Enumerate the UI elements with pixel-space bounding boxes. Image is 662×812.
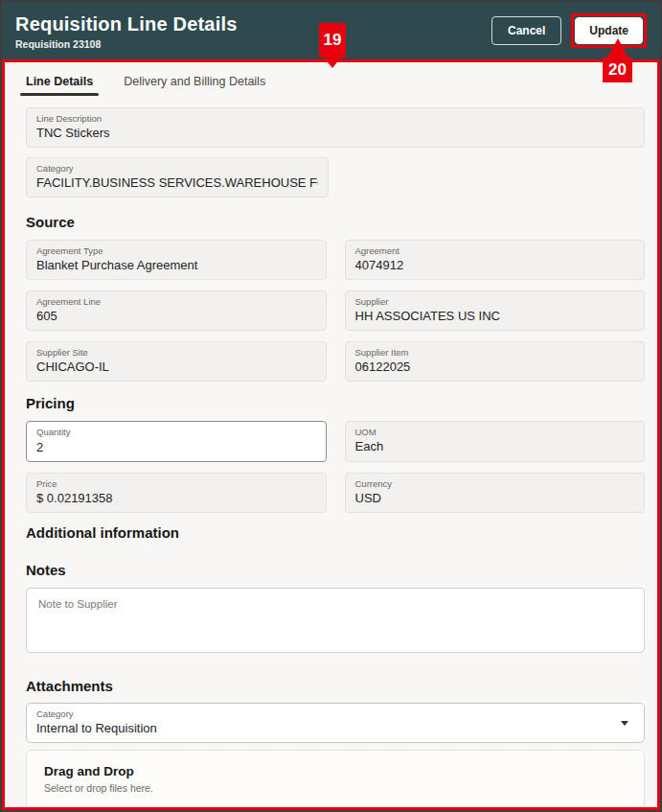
supplier-item-field: Supplier Item 06122025 — [345, 341, 646, 382]
agreement-line-value: 605 — [36, 308, 316, 324]
price-label: Price — [36, 478, 316, 490]
annotation-badge-20: 20 — [603, 58, 632, 82]
agreement-label: Agreement — [355, 245, 635, 257]
chevron-down-icon — [621, 721, 628, 726]
uom-field: UOM Each — [345, 421, 646, 462]
drag-and-drop-subtitle: Select or drop files here. — [44, 782, 627, 794]
drag-and-drop-title: Drag and Drop — [44, 764, 627, 778]
category-value: FACILITY.BUSINESS SERVICES.WAREHOUSE FOR… — [36, 174, 318, 191]
quantity-field[interactable]: Quantity — [26, 421, 327, 462]
attachment-category-value: Internal to Requisition — [36, 720, 615, 736]
agreement-type-field: Agreement Type Blanket Purchase Agreemen… — [26, 240, 327, 280]
currency-field: Currency USD — [345, 473, 646, 513]
category-label: Category — [36, 163, 318, 174]
supplier-site-label: Supplier Site — [36, 347, 316, 359]
attachment-category-dropdown[interactable]: Category Internal to Requisition — [26, 703, 645, 743]
line-description-field: Line Description TNC Stickers — [26, 107, 645, 148]
agreement-type-value: Blanket Purchase Agreement — [36, 257, 316, 273]
annotation-badge-19: 19 — [319, 23, 346, 58]
additional-information-heading: Additional information — [26, 524, 645, 541]
agreement-line-label: Agreement Line — [36, 296, 316, 308]
line-details-panel: Line Description TNC Stickers Category F… — [5, 96, 657, 810]
tab-delivery-and-billing-details[interactable]: Delivery and Billing Details — [124, 75, 265, 96]
pricing-fields-grid: Quantity UOM Each Price $ 0.02191358 Cur… — [26, 421, 645, 513]
header-titles: Requisition Line Details Requisition 231… — [15, 12, 238, 50]
currency-label: Currency — [355, 478, 635, 490]
uom-value: Each — [355, 438, 635, 454]
pricing-heading: Pricing — [26, 395, 645, 411]
line-description-value: TNC Stickers — [36, 125, 634, 141]
supplier-item-label: Supplier Item — [355, 347, 635, 359]
agreement-type-label: Agreement Type — [36, 245, 316, 257]
currency-value: USD — [355, 490, 635, 506]
attachment-category-label: Category — [36, 708, 615, 720]
requisition-number: Requisition 23108 — [15, 38, 238, 50]
uom-label: UOM — [355, 427, 635, 438]
tab-line-details[interactable]: Line Details — [26, 75, 93, 96]
attachments-heading: Attachments — [26, 678, 645, 694]
supplier-item-value: 06122025 — [355, 359, 635, 375]
source-heading: Source — [26, 214, 645, 230]
note-to-supplier-textarea[interactable] — [26, 588, 645, 653]
requisition-line-details-dialog: Requisition Line Details Requisition 231… — [0, 0, 662, 812]
notes-heading: Notes — [26, 562, 645, 578]
agreement-field: Agreement 4074912 — [345, 240, 646, 280]
supplier-label: Supplier — [355, 296, 635, 308]
supplier-site-field: Supplier Site CHICAGO-IL — [26, 341, 327, 382]
source-fields-grid: Agreement Type Blanket Purchase Agreemen… — [26, 240, 645, 382]
price-field: Price $ 0.02191358 — [26, 473, 327, 513]
cancel-button[interactable]: Cancel — [491, 16, 561, 45]
quantity-label: Quantity — [36, 427, 316, 438]
supplier-field: Supplier HH ASSOCIATES US INC — [345, 290, 646, 331]
price-value: $ 0.02191358 — [36, 490, 316, 506]
line-description-label: Line Description — [36, 113, 634, 125]
content-annotation-frame: Line Details Delivery and Billing Detail… — [2, 59, 660, 810]
category-field: Category FACILITY.BUSINESS SERVICES.WARE… — [26, 157, 329, 197]
agreement-line-field: Agreement Line 605 — [26, 290, 327, 331]
supplier-site-value: CHICAGO-IL — [36, 359, 316, 375]
agreement-value: 4074912 — [355, 257, 635, 273]
drag-and-drop-zone[interactable]: Drag and Drop Select or drop files here. — [26, 750, 645, 810]
page-title: Requisition Line Details — [15, 13, 238, 35]
quantity-input[interactable] — [36, 439, 316, 455]
supplier-value: HH ASSOCIATES US INC — [355, 308, 635, 324]
